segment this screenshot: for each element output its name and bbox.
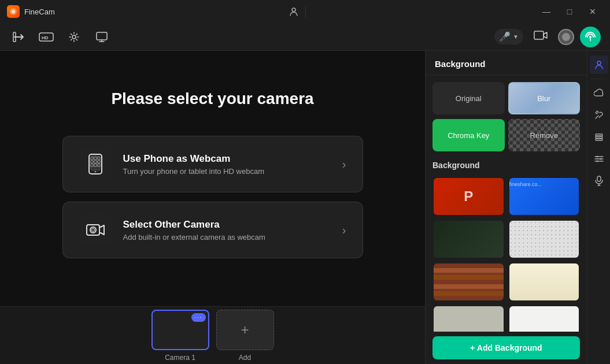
settings-icon[interactable] [65, 28, 83, 46]
camera-preview: Please select your camera [0, 51, 425, 306]
svg-point-29 [600, 158, 601, 160]
svg-text:HD: HD [42, 35, 49, 40]
bg-thumb-plant[interactable] [508, 262, 581, 302]
sidebar-divider [591, 79, 607, 79]
add-camera-button[interactable]: + [216, 310, 274, 350]
mic-chevron-icon: ▼ [513, 34, 519, 40]
phone-webcam-option[interactable]: Use Phone as Webcam Turn your phone or t… [62, 136, 363, 192]
bg-thumb-shelf[interactable] [432, 305, 505, 332]
original-label: Original [456, 94, 482, 103]
blur-option[interactable]: Blur [508, 82, 581, 114]
camera1-tray-item: ··· Camera 1 [151, 310, 209, 362]
right-sidebar [587, 51, 610, 364]
bg-mode-row: Original Blur [432, 82, 580, 114]
svg-point-23 [91, 229, 94, 232]
sidebar-icon-sliders[interactable] [590, 150, 608, 168]
chroma-label: Chroma Key [448, 131, 489, 140]
add-label: Add [239, 354, 251, 362]
chevron-right-icon: › [342, 158, 346, 171]
blur-label: Blur [537, 94, 550, 103]
app-logo [7, 5, 20, 18]
svg-point-22 [90, 227, 96, 233]
bg-thumb-dots[interactable] [508, 220, 581, 259]
close-button[interactable]: ✕ [582, 3, 603, 20]
panel-header: Background [426, 51, 587, 75]
chevron-right-2-icon: › [342, 224, 346, 237]
bg-section-label: Background [426, 161, 587, 177]
minimize-button[interactable]: — [536, 3, 557, 20]
toolbar: HD 🎤 ▼ [0, 23, 610, 51]
other-camera-desc: Add built-in or external camera as webca… [123, 233, 342, 242]
tray-menu-dots[interactable]: ··· [191, 313, 205, 322]
svg-point-28 [596, 156, 598, 158]
add-background-button[interactable]: + Add Background [432, 336, 580, 359]
maximize-button[interactable]: □ [559, 3, 580, 20]
phone-webcam-text: Use Phone as Webcam Turn your phone or t… [123, 153, 342, 176]
phone-webcam-desc: Turn your phone or tablet into HD webcam [123, 167, 342, 176]
camera-area: Please select your camera [0, 51, 425, 364]
camera-button[interactable] [529, 28, 552, 46]
svg-point-11 [94, 171, 96, 173]
remove-label: Remove [530, 131, 558, 140]
svg-rect-25 [596, 134, 602, 136]
add-camera-tray-item: + Add [216, 310, 274, 362]
toolbar-center: 🎤 ▼ [494, 27, 601, 47]
camera1-thumbnail[interactable]: ··· [151, 310, 209, 350]
other-camera-title: Select Other Camera [123, 219, 342, 231]
mic-control[interactable]: 🎤 ▼ [494, 29, 523, 44]
phone-icon [79, 148, 112, 180]
sidebar-icon-cloud[interactable] [590, 84, 608, 102]
svg-rect-26 [596, 136, 602, 138]
svg-point-24 [597, 61, 601, 65]
svg-point-30 [596, 161, 598, 162]
background-panel: Background Original Blur Chroma Key Remo… [425, 51, 587, 364]
bg-mode-row-2: Chroma Key Remove [432, 119, 580, 151]
mic-icon: 🎤 [499, 31, 511, 42]
app-title: FineCam [24, 8, 55, 16]
svg-point-1 [12, 10, 15, 13]
titlebar-system-icons [284, 3, 306, 20]
svg-rect-27 [596, 139, 602, 140]
svg-rect-7 [97, 32, 107, 40]
bottom-tray: ··· Camera 1 + Add [0, 306, 425, 364]
other-camera-icon [79, 214, 112, 246]
export-icon[interactable] [9, 28, 28, 46]
broadcast-button[interactable] [580, 27, 601, 47]
bg-thumb-website[interactable]: fineshare.co... [508, 177, 581, 216]
svg-point-6 [72, 35, 76, 39]
bg-label: Background [432, 161, 580, 170]
sidebar-icon-layers[interactable] [590, 128, 608, 146]
bg-top-options: Original Blur Chroma Key Remove [426, 75, 587, 161]
window-controls: — □ ✕ [536, 3, 603, 20]
svg-rect-31 [597, 176, 601, 181]
monitor-icon[interactable] [93, 28, 111, 46]
svg-point-2 [292, 8, 295, 12]
svg-rect-21 [87, 225, 99, 235]
sidebar-icon-tools[interactable] [590, 106, 608, 124]
divider [305, 6, 306, 17]
account-icon[interactable] [284, 3, 303, 20]
original-option[interactable]: Original [432, 82, 505, 114]
sidebar-icon-person[interactable] [590, 55, 608, 74]
titlebar: FineCam — □ ✕ [0, 0, 610, 23]
chroma-option[interactable]: Chroma Key [432, 119, 505, 151]
camera-prompt: Please select your camera [111, 90, 313, 108]
bg-thumb-white-room[interactable] [508, 305, 581, 332]
phone-webcam-title: Use Phone as Webcam [123, 153, 342, 165]
remove-option[interactable]: Remove [508, 119, 581, 151]
other-camera-text: Select Other Camera Add built-in or exte… [123, 219, 342, 242]
other-camera-option[interactable]: Select Other Camera Add built-in or exte… [62, 202, 363, 258]
bg-thumb-powerpoint[interactable] [432, 177, 505, 216]
record-button[interactable] [558, 29, 574, 45]
add-background-label: + Add Background [470, 343, 542, 352]
bg-thumb-brick[interactable] [432, 262, 505, 302]
bg-grid: fineshare.co... [426, 177, 587, 332]
record-inner [562, 33, 570, 41]
bg-thumb-office[interactable] [432, 220, 505, 259]
hd-icon[interactable]: HD [37, 28, 56, 46]
titlebar-left: FineCam [7, 5, 55, 18]
camera1-label: Camera 1 [165, 354, 195, 362]
main-content: Please select your camera [0, 51, 610, 364]
sidebar-icon-mic[interactable] [590, 172, 608, 190]
